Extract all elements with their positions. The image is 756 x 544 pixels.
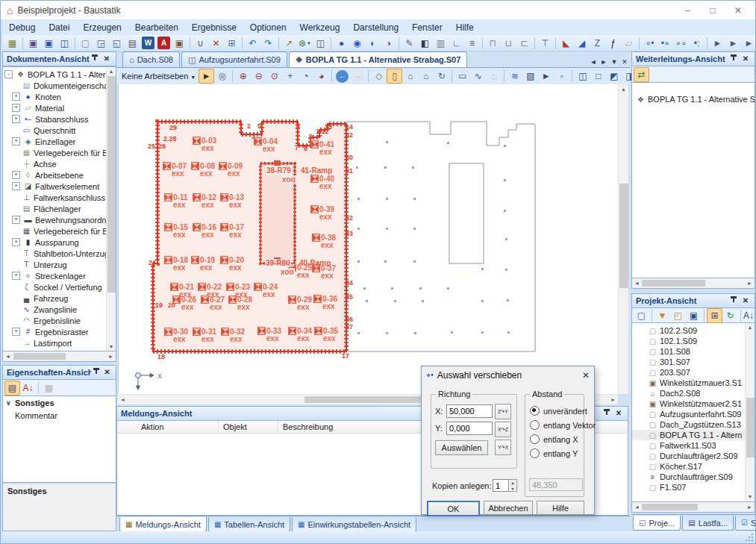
sort-alpha-icon[interactable]: A↓ [20, 381, 36, 396]
radio-unverändert[interactable]: unverändert [530, 406, 587, 416]
plan-point-0-40[interactable]: 0-40exx [311, 175, 334, 190]
plan-point-0-35[interactable]: 0-35exx [315, 328, 338, 343]
plan-point-0-26[interactable]: 0-26exx [173, 296, 196, 311]
tab-close-icon[interactable]: ✕ [619, 57, 630, 67]
project-item-Durchlaufträger.S09[interactable]: ≡Durchlaufträger.S09 [632, 472, 755, 482]
close-icon[interactable]: ✕ [613, 408, 624, 419]
tab-BOPLA TG 1.1 - Alternative Strabag.S07[interactable]: ❖BOPLA TG 1.1 - Alternative Strabag.S07 [289, 51, 468, 67]
tab-Dach.S08[interactable]: ⌂Dach.S08 [122, 51, 180, 67]
tree-item-BOPLA TG 1.1 - Alternative Strabag[interactable]: -❖BOPLA TG 1.1 - Alternative Strabag [4, 69, 116, 80]
plan-point-0-30[interactable]: 0-30exx [165, 328, 188, 343]
tree-item-Bewehrungsanordnung[interactable]: +▬Bewehrungsanordnung [4, 214, 116, 225]
delete-icon[interactable]: ✕ [208, 36, 224, 51]
expand-icon[interactable]: + [12, 216, 20, 224]
plan-point-0-36[interactable]: 0-36exx [314, 296, 337, 310]
minimize-button[interactable]: – [675, 2, 700, 19]
plan-point-0-20[interactable]: 0-20exx [221, 257, 244, 272]
save-icon[interactable]: ▣ [41, 36, 57, 51]
forwarding-hscrollbar[interactable]: ◄ ► [631, 278, 755, 289]
plan-point-0-16[interactable]: 0-16exx [193, 224, 216, 239]
plan-point-0-39[interactable]: 0-39exx [311, 206, 334, 221]
plumb-icon[interactable]: ⊤ [537, 36, 553, 51]
plan-point-0-34[interactable]: 0-34exx [289, 328, 312, 343]
tree-item-Verlegebereich für Bewehrung[interactable]: ▦Verlegebereich für Bewehrung [4, 147, 116, 158]
tree-item-Achse[interactable]: ┼Achse [4, 158, 116, 169]
train-icon[interactable]: ≡ [464, 36, 480, 51]
expand-icon[interactable]: + [12, 115, 20, 123]
y-input[interactable] [446, 422, 493, 435]
doc-new-icon[interactable]: ▢ [634, 308, 649, 323]
menu-fenster[interactable]: Fenster [405, 21, 449, 34]
plan-point-0-13[interactable]: 0-13exx [221, 194, 244, 209]
support-a-icon[interactable]: ◣ [558, 36, 574, 51]
workplane-selector[interactable]: Keine Arbeitseben ▼ [122, 72, 196, 81]
support-b-icon[interactable]: ◢ [574, 36, 590, 51]
view-window1-icon[interactable]: ◫ [575, 69, 590, 84]
selection-pointer-icon[interactable]: ► [199, 69, 214, 84]
project-item-BOPLA TG 1.1 - Altern[interactable]: ▢BOPLA TG 1.1 - Altern [632, 430, 755, 440]
tree-item-Dokumenteigenschaften[interactable]: ▤Dokumenteigenschaften [4, 80, 116, 91]
axis-swap-button-2[interactable]: X↷Z [495, 422, 511, 437]
save-all-icon[interactable]: ◫ [57, 36, 72, 51]
tab-scroll-right-icon[interactable]: ► [599, 57, 609, 67]
plan-point-0-15[interactable]: 0-15exx [165, 224, 188, 239]
project-hscrollbar[interactable]: ◄ ► [631, 502, 755, 513]
expand-icon[interactable]: + [12, 137, 20, 146]
project-item-Dach2.S08[interactable]: ⌂Dach2.S08 [632, 388, 755, 398]
new-project-icon[interactable]: ▦ [4, 36, 20, 51]
stretch-points-icon[interactable]: •∘ [657, 36, 673, 51]
clip-window-icon[interactable]: ◧ [417, 36, 433, 51]
plan-point-0-19[interactable]: 0-19exx [192, 257, 215, 272]
pin-icon[interactable] [728, 54, 739, 64]
zoom-extents-icon[interactable]: ◕ [313, 69, 329, 84]
zoom-window-icon[interactable]: ⊙ [266, 69, 282, 84]
column-header-aktion[interactable]: Aktion [137, 421, 219, 433]
tree-item-Material[interactable]: +▱Material [4, 102, 116, 113]
help-button[interactable]: Hilfe [537, 501, 584, 515]
orbit-icon[interactable]: ↻ [434, 69, 449, 84]
project-item-F1.S07[interactable]: ▢F1.S07 [632, 482, 755, 493]
menu-ergebnisse[interactable]: Ergebnisse [185, 21, 243, 34]
tree-item-Ergebnislinie[interactable]: ◠Ergebnislinie [4, 315, 116, 326]
export-pdf-icon[interactable]: A [157, 37, 170, 49]
column-header-objekt[interactable]: Objekt [219, 421, 278, 433]
radio-entlang X[interactable]: entlang X [530, 434, 578, 444]
plan-point-0-28[interactable]: 0-28exx [229, 296, 252, 311]
project-item-102.1.S09[interactable]: ▢102.1.S09 [632, 336, 755, 346]
tree-item-Aussparung[interactable]: +▮Aussparung [4, 237, 116, 248]
print-icon[interactable]: ▤ [125, 36, 140, 51]
plan-point-0-32[interactable]: 0-32exx [222, 328, 245, 343]
categorized-icon[interactable]: ▤ [4, 381, 20, 396]
tab-Aufzugsunterfahrt.S09[interactable]: ◫Aufzugsunterfahrt.S09 [181, 51, 287, 67]
tree-item-Streckenlager[interactable]: +≈Streckenlager [4, 270, 116, 281]
tab-Meldungs-Ansicht[interactable]: ▦Meldungs-Ansicht [119, 517, 207, 532]
plan-point-0-27[interactable]: 0-27exx [202, 296, 225, 311]
import-model-icon[interactable]: ↗ [281, 36, 297, 51]
project-item-101.S08[interactable]: ▢101.S08 [632, 346, 755, 357]
project-item-Winkelstützmauer2.S1[interactable]: ▣Winkelstützmauer2.S1 [632, 398, 755, 409]
tab-scroll-left-icon[interactable]: ◄ [588, 57, 599, 67]
crane-box-icon[interactable]: ⊔ [501, 36, 516, 51]
project-item-Winkelstützmauer3.S1[interactable]: ▣Winkelstützmauer3.S1 [632, 378, 755, 388]
expand-icon[interactable]: + [12, 238, 20, 246]
menu-datei[interactable]: Datei [42, 21, 76, 34]
nav-forward-icon[interactable]: → [352, 70, 364, 83]
export-image-icon[interactable]: ▣ [172, 36, 187, 51]
tab-list-dropdown-icon[interactable]: ▼ [609, 57, 619, 67]
tree-item-Faltwerksanschluss[interactable]: ⊥Faltwerksanschluss [4, 192, 116, 203]
radio-entlang Vektor[interactable]: entlang Vektor [530, 420, 596, 430]
home-icon[interactable]: ⌂ [402, 69, 418, 84]
save-icon[interactable]: ▣ [686, 308, 702, 323]
dialog-title-bar[interactable]: ∘• Auswahl verschieben ✕ [422, 366, 594, 384]
rotate-points-icon[interactable]: ∘∘ [673, 36, 689, 51]
project-item-102.2.S09[interactable]: ▢102.2.S09 [632, 325, 755, 336]
resize-grip[interactable] [745, 533, 754, 542]
tree-item-Ergebnisraster[interactable]: +#Ergebnisraster [4, 326, 116, 337]
plan-point-0-18[interactable]: 0-18exx [165, 257, 188, 272]
project-item-Dach_Zugstützen.S13[interactable]: ▢Dach_Zugstützen.S13 [632, 419, 755, 430]
tab-Proje...[interactable]: ◱Proje... [633, 516, 681, 531]
project-item-Aufzugsunterfahrt.S09[interactable]: ▢Aufzugsunterfahrt.S09 [632, 409, 755, 419]
pan-icon[interactable]: + [282, 69, 298, 84]
menu-optionen[interactable]: Optionen [243, 21, 293, 34]
collapse-icon[interactable]: - [4, 70, 13, 78]
